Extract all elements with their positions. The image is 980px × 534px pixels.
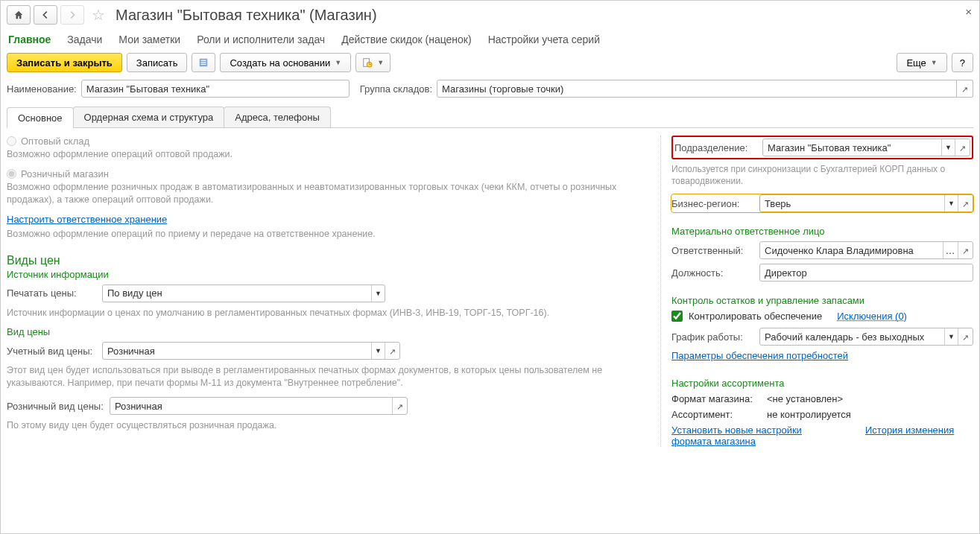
- position-label: Должность:: [671, 267, 753, 279]
- inner-tab-order[interactable]: Ордерная схема и структура: [73, 107, 225, 127]
- close-icon[interactable]: ×: [965, 5, 972, 18]
- print-prices-label: Печатать цены:: [7, 287, 96, 299]
- format-label: Формат магазина:: [671, 393, 761, 404]
- list-icon: [198, 57, 209, 68]
- wholesale-note: Возможно оформление операций оптовой про…: [7, 148, 654, 161]
- params-link[interactable]: Параметры обеспечения потребностей: [671, 350, 848, 361]
- inner-tab-main[interactable]: Основное: [7, 107, 74, 128]
- retail-radio[interactable]: Розничный магазин: [7, 168, 654, 179]
- open-icon[interactable]: [958, 195, 973, 212]
- create-based-button[interactable]: Создать на основании▼: [220, 53, 351, 72]
- group-label: Группа складов:: [360, 83, 432, 95]
- region-select[interactable]: Тверь ▼: [759, 194, 973, 212]
- group-open-button[interactable]: [957, 80, 973, 98]
- control-label: Контролировать обеспечение: [689, 311, 822, 322]
- group-input[interactable]: Магазины (торговые точки): [437, 80, 957, 98]
- svg-rect-2: [201, 62, 206, 63]
- save-close-button[interactable]: Записать и закрыть: [7, 53, 122, 72]
- open-icon[interactable]: [955, 139, 970, 156]
- window-title: Магазин "Бытовая техника" (Магазин): [116, 7, 377, 24]
- inner-tab-addresses[interactable]: Адреса, телефоны: [224, 107, 331, 127]
- storage-link[interactable]: Настроить ответственное хранение: [7, 214, 167, 225]
- retail-price-select[interactable]: Розничная: [110, 397, 408, 415]
- acct-price-label: Учетный вид цены:: [7, 346, 96, 357]
- responsible-section: Материально ответственное лицо: [671, 226, 973, 237]
- set-format-link[interactable]: Установить новые настройки формата магаз…: [671, 425, 835, 447]
- tab-roles[interactable]: Роли и исполнители задач: [197, 34, 325, 45]
- open-icon[interactable]: [958, 242, 973, 258]
- nav-back-button[interactable]: [34, 5, 57, 25]
- acct-price-select[interactable]: Розничная ▼: [102, 342, 400, 360]
- svg-rect-3: [201, 64, 206, 65]
- retail-price-note: По этому виду цен будет осуществляться р…: [7, 419, 654, 432]
- report-icon: [362, 57, 373, 68]
- save-button[interactable]: Записать: [127, 53, 188, 72]
- storage-note: Возможно оформление операций по приему и…: [7, 228, 654, 241]
- chevron-down-icon[interactable]: ▼: [941, 139, 955, 156]
- chevron-down-icon[interactable]: ▼: [371, 285, 385, 302]
- assort-label: Ассортимент:: [671, 409, 761, 420]
- source-sub-title: Источник информации: [7, 269, 654, 280]
- region-label: Бизнес-регион:: [671, 198, 753, 209]
- retail-price-label: Розничный вид цены:: [7, 401, 104, 412]
- more-button[interactable]: Еще▼: [897, 53, 946, 72]
- help-button[interactable]: ?: [952, 53, 973, 72]
- report-button[interactable]: ▼: [355, 53, 391, 72]
- division-select[interactable]: Магазин "Бытовая техника" ▼: [762, 139, 970, 156]
- chevron-down-icon[interactable]: ▼: [944, 328, 958, 345]
- tab-tasks[interactable]: Задачи: [67, 34, 102, 45]
- responsible-label: Ответственный:: [671, 245, 753, 256]
- tab-main[interactable]: Главное: [8, 34, 51, 45]
- assort-section: Настройки ассортимента: [671, 378, 973, 389]
- print-prices-select[interactable]: По виду цен ▼: [102, 285, 385, 302]
- schedule-select[interactable]: Рабочий календарь - без выходных ▼: [759, 328, 973, 346]
- position-input[interactable]: Директор: [759, 264, 973, 282]
- control-checkbox[interactable]: [671, 311, 683, 322]
- svg-rect-1: [201, 60, 206, 61]
- stock-section: Контроль остатков и управление запасами: [671, 295, 973, 306]
- tab-notes[interactable]: Мои заметки: [118, 34, 180, 45]
- tab-discounts[interactable]: Действие скидок (наценок): [341, 34, 471, 45]
- retail-note: Возможно оформление розничных продаж в а…: [7, 181, 654, 206]
- name-label: Наименование:: [7, 83, 77, 95]
- history-link[interactable]: История изменения: [865, 425, 954, 447]
- home-button[interactable]: [7, 5, 31, 25]
- division-label: Подразделение:: [674, 142, 756, 153]
- chevron-down-icon[interactable]: ▼: [371, 343, 385, 359]
- dots-icon[interactable]: …: [943, 242, 958, 258]
- open-icon[interactable]: [385, 343, 399, 359]
- prices-section-title: Виды цен: [7, 254, 654, 267]
- responsible-select[interactable]: Сидоченко Клара Владимировна …: [759, 241, 973, 259]
- favorite-star-icon[interactable]: ☆: [92, 6, 105, 24]
- name-input[interactable]: Магазин "Бытовая техника": [81, 80, 350, 98]
- price-type-sub: Вид цены: [7, 326, 654, 337]
- list-button[interactable]: [192, 53, 215, 72]
- acct-price-note: Этот вид цен будет использоваться при вы…: [7, 364, 654, 390]
- wholesale-radio[interactable]: Оптовый склад: [7, 136, 654, 147]
- exceptions-link[interactable]: Исключения (0): [837, 311, 907, 322]
- tab-series[interactable]: Настройки учета серий: [488, 34, 600, 45]
- source-note: Источник информации о ценах по умолчанию…: [7, 307, 654, 320]
- division-note: Используется при синхронизации с Бухгалт…: [671, 164, 973, 187]
- nav-forward-button[interactable]: [60, 5, 84, 25]
- open-icon[interactable]: [392, 398, 407, 414]
- assort-value: не контролируется: [767, 409, 851, 420]
- open-icon: [961, 83, 968, 95]
- chevron-down-icon[interactable]: ▼: [944, 195, 958, 212]
- schedule-label: График работы:: [671, 331, 753, 343]
- format-value: <не установлен>: [767, 393, 843, 404]
- open-icon[interactable]: [958, 328, 973, 345]
